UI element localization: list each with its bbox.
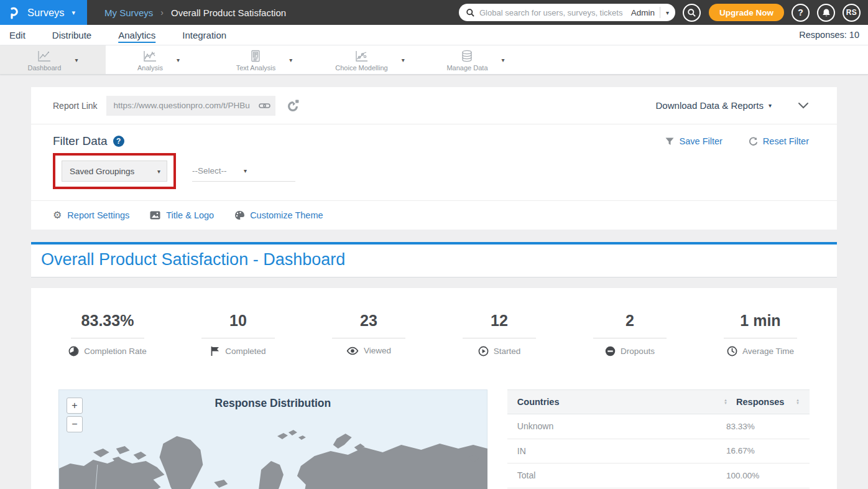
- countries-column-header[interactable]: Countries: [517, 397, 724, 407]
- report-link-row: Report Link Download Data & Reports ▾: [31, 87, 837, 124]
- report-link-field: [106, 96, 275, 116]
- toolbar-text-analysis[interactable]: Text Analysis ▾: [211, 45, 317, 74]
- tab-analytics[interactable]: Analytics: [118, 27, 156, 43]
- report-settings-link[interactable]: ⚙ Report Settings: [53, 210, 129, 220]
- sort-icon[interactable]: ▲ ▼: [796, 399, 800, 405]
- filter-help-icon[interactable]: ?: [113, 136, 124, 147]
- caret-down-icon[interactable]: ▾: [402, 57, 405, 63]
- clock-icon: [727, 346, 737, 356]
- upgrade-now-button[interactable]: Upgrade Now: [709, 4, 784, 21]
- bell-icon: [822, 8, 831, 17]
- sort-icon[interactable]: ▲ ▼: [724, 399, 727, 405]
- country-responses: 83.33%: [726, 422, 800, 431]
- country-name: Total: [517, 470, 726, 480]
- stat-value: 23: [360, 312, 377, 330]
- saved-groupings-dropdown[interactable]: Saved Groupings ▾: [62, 161, 167, 182]
- product-name: Surveys: [27, 7, 65, 19]
- completion-rate-icon: [68, 346, 79, 356]
- title-logo-link[interactable]: Title & Logo: [150, 210, 214, 220]
- notifications-button[interactable]: [817, 4, 835, 22]
- play-circle-icon: [478, 346, 489, 356]
- save-filter-label: Save Filter: [680, 136, 723, 146]
- product-switcher[interactable]: Surveys ▾: [0, 0, 87, 25]
- questionpro-logo-icon: [9, 6, 21, 19]
- toolbar-manage-data-label: Manage Data: [446, 64, 487, 72]
- table-row: Total 100.00%: [507, 463, 810, 488]
- breadcrumb-current-survey: Overall Product Satisfaction: [171, 7, 286, 18]
- tab-integration[interactable]: Integration: [182, 27, 227, 43]
- global-search-input[interactable]: [479, 8, 629, 17]
- caret-down-icon[interactable]: ▾: [769, 102, 772, 109]
- text-analysis-icon: [249, 50, 262, 63]
- filter-actions: Save Filter Reset Filter: [665, 136, 809, 146]
- country-name: Unknown: [517, 421, 726, 431]
- image-icon: [150, 211, 160, 220]
- toolbar-choice-modelling-label: Choice Modelling: [335, 64, 387, 72]
- response-distribution-map: + − Response Distribution: [58, 389, 487, 489]
- world-map[interactable]: [59, 420, 487, 489]
- caret-down-icon[interactable]: ▾: [177, 57, 180, 63]
- report-link-label: Report Link: [53, 101, 98, 111]
- reset-filter-button[interactable]: Reset Filter: [749, 136, 809, 146]
- download-data-reports-dropdown[interactable]: Download Data & Reports: [656, 100, 764, 111]
- dashboard-card: 83.33% Completion Rate 10 Completed: [31, 288, 837, 489]
- share-report-icon[interactable]: [286, 99, 300, 113]
- top-bar: Surveys ▾ My Surveys › Overall Product S…: [0, 0, 868, 25]
- choice-modelling-icon: [354, 50, 369, 63]
- customize-theme-label: Customize Theme: [250, 210, 323, 220]
- report-settings-row: ⚙ Report Settings Title & Logo Customize…: [31, 201, 837, 230]
- breadcrumb-separator: ›: [160, 7, 164, 17]
- caret-down-icon[interactable]: ▾: [75, 57, 78, 63]
- tab-distribute[interactable]: Distribute: [52, 27, 92, 43]
- countries-table: Countries ▲ ▼ Responses ▲ ▼ Unknown 83.3…: [507, 389, 810, 489]
- analytics-toolbar: Dashboard ▾ Analysis ▾ Text Analysis ▾: [0, 45, 868, 75]
- search-button[interactable]: [683, 4, 701, 22]
- toolbar-dashboard-label: Dashboard: [28, 64, 62, 72]
- customize-theme-link[interactable]: Customize Theme: [234, 210, 323, 220]
- toolbar-choice-modelling[interactable]: Choice Modelling ▾: [317, 45, 423, 74]
- responses-column-header[interactable]: Responses: [736, 397, 796, 407]
- responses-count[interactable]: Responses: 10: [799, 30, 859, 40]
- caret-down-icon[interactable]: ▾: [72, 9, 76, 17]
- toolbar-dashboard[interactable]: Dashboard ▾: [0, 45, 106, 74]
- report-filter-card: Report Link Download Data & Reports ▾ Fi…: [31, 87, 837, 230]
- save-filter-button[interactable]: Save Filter: [665, 136, 723, 146]
- flag-icon: [210, 346, 220, 356]
- help-button[interactable]: ?: [792, 4, 810, 22]
- user-avatar[interactable]: RS: [843, 4, 861, 22]
- grouping-select-dropdown[interactable]: --Select-- ▾: [192, 161, 295, 182]
- stat-value: 10: [229, 312, 247, 330]
- stat-completed: 10 Completed: [173, 312, 303, 356]
- report-link-input[interactable]: [106, 96, 275, 116]
- toolbar-analysis[interactable]: Analysis ▾: [106, 45, 211, 74]
- report-settings-label: Report Settings: [67, 210, 129, 220]
- link-icon[interactable]: [259, 101, 270, 110]
- search-scope-caret-icon[interactable]: ▾: [666, 9, 669, 16]
- caret-down-icon[interactable]: ▾: [502, 57, 505, 63]
- stat-value: 12: [491, 312, 508, 330]
- stat-average-time: 1 min Average Time: [695, 312, 826, 356]
- map-zoom-in-button[interactable]: +: [67, 398, 83, 414]
- page-title: Overall Product Satisfaction - Dashboard: [41, 250, 827, 269]
- stat-label: Dropouts: [621, 347, 655, 356]
- toolbar-manage-data[interactable]: Manage Data ▾: [423, 45, 529, 74]
- country-responses: 16.67%: [726, 446, 800, 455]
- stat-label: Completed: [225, 347, 265, 356]
- global-search[interactable]: Admin ▾: [459, 4, 675, 21]
- refresh-icon: [749, 137, 758, 146]
- search-scope-label[interactable]: Admin: [631, 8, 655, 17]
- survey-nav: Edit Distribute Analytics Integration Re…: [0, 25, 868, 45]
- stat-label: Viewed: [364, 346, 391, 355]
- filter-data-heading: Filter Data: [53, 134, 108, 148]
- toolbar-analysis-label: Analysis: [137, 64, 163, 72]
- minus-circle-icon: [605, 346, 616, 356]
- stat-value: 2: [626, 312, 634, 330]
- caret-down-icon[interactable]: ▾: [289, 57, 292, 63]
- stat-completion-rate: 83.33% Completion Rate: [42, 312, 173, 356]
- breadcrumb-my-surveys[interactable]: My Surveys: [104, 7, 153, 18]
- report-row-actions: Download Data & Reports ▾: [656, 100, 809, 111]
- collapse-chevron-icon[interactable]: [798, 102, 809, 109]
- divider: [660, 7, 660, 18]
- tab-edit[interactable]: Edit: [9, 27, 26, 43]
- grouping-select-placeholder: --Select--: [192, 166, 244, 175]
